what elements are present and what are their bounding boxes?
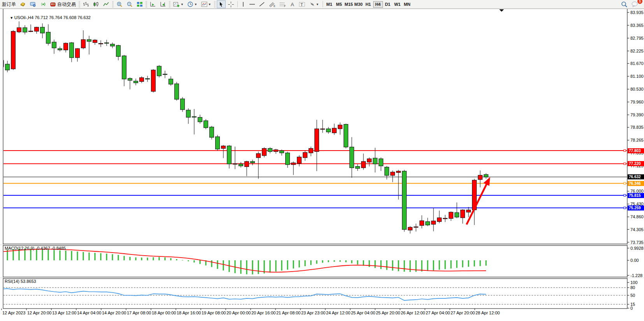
cursor-icon[interactable] [217, 0, 226, 8]
price-tick: 79.960 [630, 100, 644, 104]
terminal-icon[interactable] [28, 0, 38, 8]
line-chart-icon[interactable] [102, 0, 111, 8]
candlestick-icon[interactable] [91, 0, 101, 8]
chart-title: ▼ USOil-,H4 76.712 76.764 76.608 76.632 [5, 11, 91, 25]
date-label: 19 Apr 08:00 [202, 310, 226, 315]
chart-shift-icon[interactable] [158, 0, 168, 8]
date-label: 12 Apr 20:00 [27, 310, 51, 315]
tile-windows-icon[interactable] [135, 0, 144, 8]
svg-text:T: T [300, 2, 303, 7]
zoom-in-icon[interactable] [115, 0, 124, 8]
timeframe-M1[interactable]: M1 [325, 1, 334, 8]
price-badge-76.632: 76.632 [628, 174, 644, 179]
chat-icon[interactable]: 1 [630, 0, 640, 8]
price-tick: 78.265 [630, 138, 644, 142]
price-tick: 83.365 [630, 23, 644, 28]
toolbar-grip [146, 1, 147, 7]
rsi-tick: 50 [630, 293, 635, 298]
toolbar-grip [112, 1, 114, 7]
periods-icon[interactable]: ▼ [186, 0, 199, 8]
timeframe-D1[interactable]: D1 [383, 1, 393, 8]
crosshair-icon[interactable] [226, 0, 235, 8]
toolbar-separator [237, 1, 238, 7]
orders-icon[interactable] [18, 0, 28, 8]
date-label: 18 Apr 00:00 [152, 310, 176, 315]
date-label: 17 Apr 08:00 [127, 310, 151, 315]
collapse-icon[interactable]: ▼ [10, 16, 14, 20]
bar-chart-icon[interactable] [81, 0, 91, 8]
date-label: 27 Apr 20:00 [451, 310, 475, 315]
chart-plot[interactable]: 83.93583.36582.79582.22581.67081.10080.5… [0, 0, 644, 321]
date-label: 26 Apr 12:00 [401, 310, 425, 315]
price-tick: 74.305 [630, 227, 644, 232]
date-label: 21 Apr 08:00 [276, 310, 300, 315]
price-tick: 73.735 [630, 240, 644, 245]
date-label: 18 Apr 16:00 [177, 310, 201, 315]
price-tick: 83.935 [630, 10, 644, 15]
auto-scroll-icon[interactable] [148, 0, 158, 8]
rsi-label: RSI(14) 53.8653 [5, 279, 36, 284]
price-badge-75.815: 75.815 [628, 193, 644, 198]
price-badge-75.259: 75.259 [628, 205, 644, 210]
toolbar-grip [79, 1, 80, 7]
auto-trading-button[interactable]: 自动交易 [49, 0, 77, 8]
timeframe-H4[interactable]: H4 [373, 1, 383, 8]
arrows-icon[interactable]: ▼ [308, 0, 321, 8]
mt4-window: 新订单 自动交易 [0, 0, 644, 321]
trendline-icon[interactable] [258, 0, 267, 8]
toolbar-separator [323, 1, 323, 7]
search-icon[interactable] [619, 0, 629, 8]
svg-text:F: F [284, 5, 286, 7]
macd-label: MACD(12,26,9) -0.4367 -0.8485 [5, 246, 66, 251]
price-badge-77.803: 77.803 [628, 148, 644, 153]
macd-tick: 0.00 [630, 258, 639, 263]
text-icon[interactable]: A [288, 0, 297, 8]
new-chart-icon[interactable]: ▼ [172, 0, 185, 8]
svg-text:E: E [274, 5, 275, 7]
timeframe-H1[interactable]: H1 [363, 1, 373, 8]
macd-tick: 0.9928 [630, 246, 644, 251]
timeframe-M30[interactable]: M30 [354, 1, 363, 8]
date-label: 14 Apr 04:00 [77, 310, 101, 315]
fibonacci-icon[interactable]: F [278, 0, 288, 8]
vertical-line-icon[interactable] [240, 0, 247, 8]
price-tick: 80.530 [630, 87, 644, 91]
macd-tick: -1.228 [630, 273, 642, 278]
timeframe-MN[interactable]: MN [402, 1, 412, 8]
timeframe-M15[interactable]: M15 [344, 1, 354, 8]
rsi-tick: 80 [630, 285, 635, 290]
price-tick: 82.225 [630, 49, 644, 53]
timeframe-M5[interactable]: M5 [334, 1, 344, 8]
date-label: 25 Apr 04:00 [351, 310, 375, 315]
date-label: 13 Apr 12:00 [52, 310, 76, 315]
label-icon[interactable]: T [297, 0, 307, 8]
zoom-out-icon[interactable] [125, 0, 134, 8]
horizontal-line-icon[interactable] [247, 0, 257, 8]
date-label: 27 Apr 04:00 [426, 310, 450, 315]
date-label: 24 Apr 12:00 [326, 310, 350, 315]
chevron-down-icon: ▼ [316, 3, 319, 6]
date-label: 20 Apr 00:00 [226, 310, 251, 315]
date-label: 14 Apr 20:00 [102, 310, 126, 315]
price-tick: 81.670 [630, 61, 644, 66]
timeframe-group: M1M5M15M30H1H4D1W1MN [325, 1, 412, 8]
notification-badge: 1 [637, 0, 642, 4]
toolbar-grip [214, 1, 216, 7]
chevron-down-icon: ▼ [194, 3, 197, 6]
timeframe-W1[interactable]: W1 [393, 1, 402, 8]
channel-icon[interactable]: E [267, 0, 277, 8]
date-label: 23 Apr 23:00 [301, 310, 325, 315]
templates-icon[interactable]: ▼ [200, 0, 213, 8]
rsi-tick: 0 [630, 306, 633, 310]
svg-text:A: A [291, 2, 294, 7]
date-label: 25 Apr 20:00 [376, 310, 400, 315]
price-tick: 74.860 [630, 214, 644, 219]
toolbar: 新订单 自动交易 [0, 0, 644, 9]
chevron-down-icon: ▼ [181, 3, 184, 6]
new-order-button[interactable]: 新订单 [0, 0, 18, 8]
rsi-tick: 100 [630, 280, 637, 285]
price-tick: 81.100 [630, 74, 644, 79]
signal-icon[interactable] [39, 0, 48, 8]
price-tick: 78.835 [630, 125, 644, 130]
date-label: 28 Apr 12:00 [476, 310, 500, 315]
